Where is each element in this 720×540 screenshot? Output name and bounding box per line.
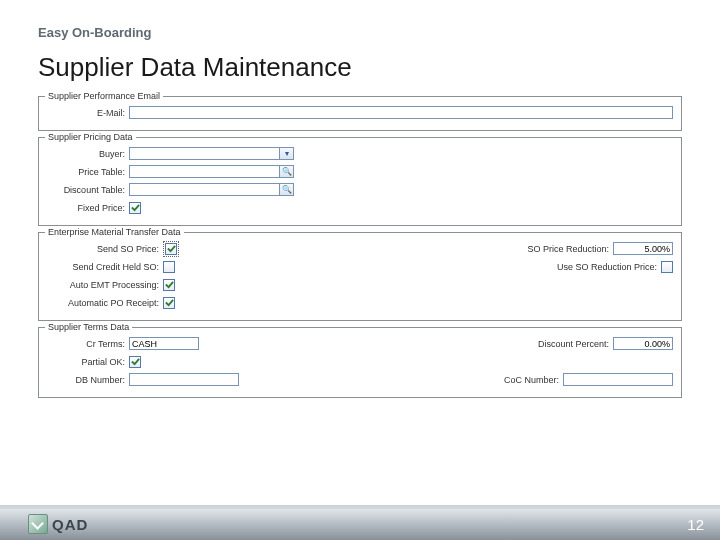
label-partial-ok: Partial OK: <box>47 357 129 367</box>
email-field[interactable] <box>129 106 673 119</box>
label-price-table: Price Table: <box>47 167 129 177</box>
fieldset-supplier-pricing: Supplier Pricing Data Buyer: ▾ Price Tab… <box>38 137 682 226</box>
brand-logo: QAD <box>28 514 88 534</box>
fieldset-supplier-performance-email: Supplier Performance Email E-Mail: <box>38 96 682 131</box>
kicker-text: Easy On-Boarding <box>38 25 151 40</box>
partial-ok-checkbox[interactable] <box>129 356 141 368</box>
slide-footer: QAD 12 <box>0 505 720 540</box>
label-auto-emt: Auto EMT Processing: <box>47 280 163 290</box>
search-icon: 🔍 <box>282 167 292 176</box>
page-title: Supplier Data Maintenance <box>38 52 352 83</box>
label-buyer: Buyer: <box>47 149 129 159</box>
legend-perf-email: Supplier Performance Email <box>45 91 163 101</box>
check-icon <box>131 357 140 366</box>
discount-table-field[interactable] <box>129 183 279 196</box>
legend-terms: Supplier Terms Data <box>45 322 132 332</box>
label-auto-po-receipt: Automatic PO Receipt: <box>47 298 163 308</box>
label-discount-table: Discount Table: <box>47 185 129 195</box>
footer-accent-bar <box>0 506 720 509</box>
label-send-so-price: Send SO Price: <box>47 244 163 254</box>
chevron-down-icon: ▾ <box>285 149 289 158</box>
db-number-field[interactable] <box>129 373 239 386</box>
price-table-lookup-button[interactable]: 🔍 <box>279 165 294 178</box>
send-credit-held-so-checkbox[interactable] <box>163 261 175 273</box>
label-send-credit-held-so: Send Credit Held SO: <box>47 262 163 272</box>
brand-text: QAD <box>52 516 88 533</box>
fieldset-emt-data: Enterprise Material Transfer Data Send S… <box>38 232 682 321</box>
label-discount-percent: Discount Percent: <box>538 339 613 349</box>
label-use-so-reduction: Use SO Reduction Price: <box>557 262 661 272</box>
focus-ring <box>163 241 179 257</box>
label-email: E-Mail: <box>47 108 129 118</box>
buyer-dropdown-button[interactable]: ▾ <box>279 147 294 160</box>
auto-emt-checkbox[interactable] <box>163 279 175 291</box>
label-so-price-reduction: SO Price Reduction: <box>527 244 613 254</box>
fieldset-supplier-terms: Supplier Terms Data Cr Terms: Partial OK… <box>38 327 682 398</box>
search-icon: 🔍 <box>282 185 292 194</box>
cr-terms-field[interactable] <box>129 337 199 350</box>
legend-pricing: Supplier Pricing Data <box>45 132 136 142</box>
buyer-field[interactable] <box>129 147 279 160</box>
check-icon <box>165 298 174 307</box>
use-so-reduction-checkbox[interactable] <box>661 261 673 273</box>
check-icon <box>165 280 174 289</box>
qad-logo-icon <box>28 514 48 534</box>
label-coc-number: CoC Number: <box>504 375 563 385</box>
so-price-reduction-field[interactable] <box>613 242 673 255</box>
fixed-price-checkbox[interactable] <box>129 202 141 214</box>
auto-po-receipt-checkbox[interactable] <box>163 297 175 309</box>
label-fixed-price: Fixed Price: <box>47 203 129 213</box>
page-number: 12 <box>687 516 704 533</box>
label-cr-terms: Cr Terms: <box>47 339 129 349</box>
discount-percent-field[interactable] <box>613 337 673 350</box>
discount-table-lookup-button[interactable]: 🔍 <box>279 183 294 196</box>
coc-number-field[interactable] <box>563 373 673 386</box>
check-icon <box>131 203 140 212</box>
legend-emt: Enterprise Material Transfer Data <box>45 227 184 237</box>
check-icon <box>167 244 176 253</box>
label-db-number: DB Number: <box>47 375 129 385</box>
price-table-field[interactable] <box>129 165 279 178</box>
send-so-price-checkbox[interactable] <box>165 243 177 255</box>
form-area: Supplier Performance Email E-Mail: Suppl… <box>38 96 682 404</box>
